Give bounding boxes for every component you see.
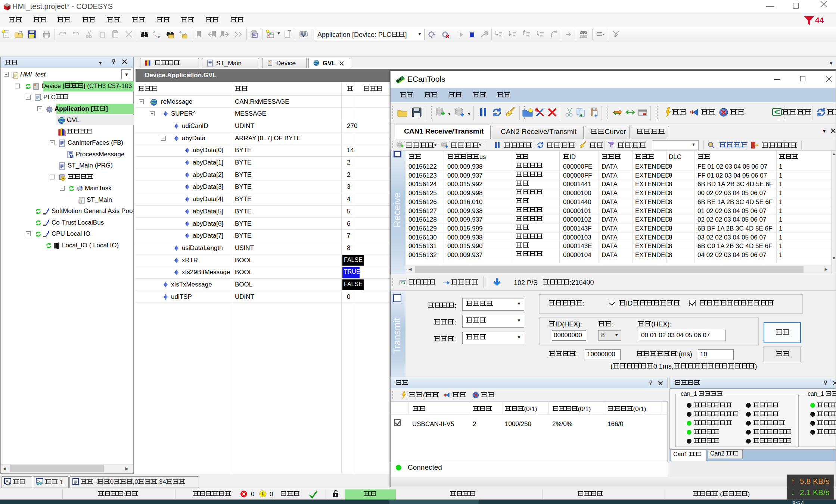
svg-text:M: M bbox=[70, 154, 74, 159]
svg-text:B: B bbox=[158, 35, 160, 39]
svg-text:A: A bbox=[179, 30, 181, 34]
svg-text:A: A bbox=[153, 30, 155, 34]
